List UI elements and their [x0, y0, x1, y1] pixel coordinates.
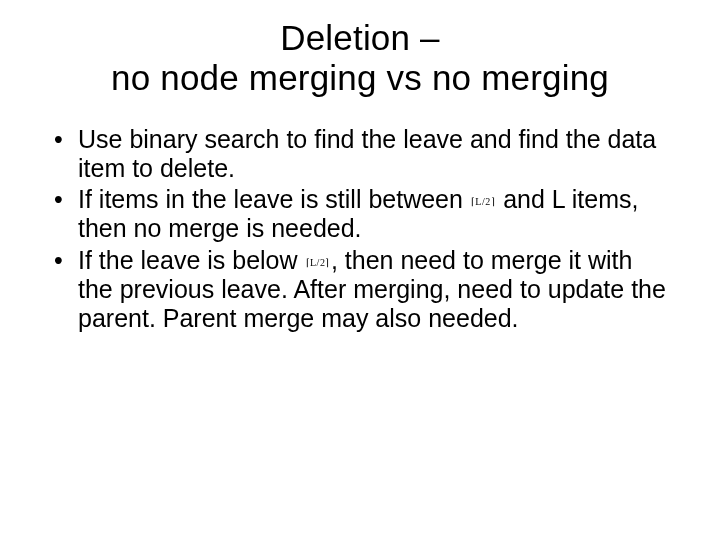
- title-line-1: Deletion –: [280, 18, 440, 57]
- slide-body: Use binary search to find the leave and …: [50, 125, 670, 334]
- title-line-2: no node merging vs no merging: [111, 58, 609, 97]
- list-item: If the leave is below ⌈L/2⌉, then need t…: [50, 246, 670, 334]
- ceil-expr: ⌈L/2⌉: [305, 257, 331, 269]
- slide-title: Deletion – no node merging vs no merging: [50, 18, 670, 99]
- bullet-text: If items in the leave is still between: [78, 185, 470, 213]
- bullet-list: Use binary search to find the leave and …: [50, 125, 670, 334]
- slide: Deletion – no node merging vs no merging…: [0, 0, 720, 540]
- list-item: Use binary search to find the leave and …: [50, 125, 670, 184]
- list-item: If items in the leave is still between ⌈…: [50, 185, 670, 244]
- bullet-text: Use binary search to find the leave and …: [78, 125, 656, 182]
- ceil-expr: ⌈L/2⌉: [470, 196, 496, 208]
- bullet-text: If the leave is below: [78, 246, 305, 274]
